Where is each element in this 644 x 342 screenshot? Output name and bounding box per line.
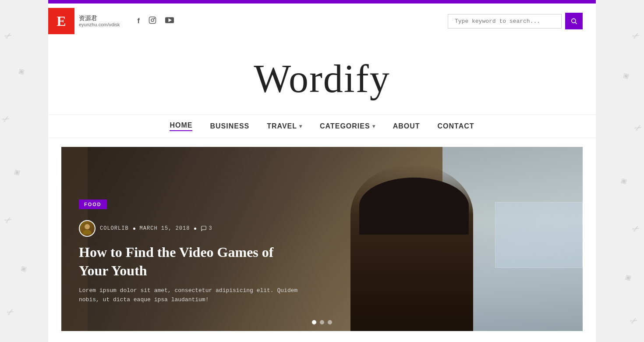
hero-section: FOOD COLORLIB MARCH 15, 2018 3 [61, 147, 583, 331]
categories-dropdown-arrow: ▾ [372, 123, 375, 129]
nav-item-business[interactable]: BUSINESS [210, 122, 249, 130]
logo-letter: E [57, 13, 66, 29]
search-button[interactable] [565, 13, 583, 29]
header: E 资源君 eyunzhu.com/vdisk f [48, 4, 596, 39]
hero-date: MARCH 15, 2018 [140, 225, 190, 232]
facebook-icon[interactable]: f [138, 17, 140, 25]
right-sidebar: ✂ ◈ ✂ ◈ ✂ ◈ ✂ [596, 0, 644, 342]
search-area [448, 13, 583, 29]
watermark: ◈ [618, 175, 629, 187]
nav-item-home[interactable]: HOME [170, 121, 192, 131]
site-title-area: Wordify [48, 39, 596, 114]
left-sidebar: ✂ ◈ ✂ ◈ ✂ ◈ ✂ [0, 0, 48, 342]
watermark: ◈ [11, 166, 22, 178]
main-content: E 资源君 eyunzhu.com/vdisk f [48, 0, 596, 342]
site-title: Wordify [48, 56, 596, 101]
nav-item-about[interactable]: ABOUT [393, 122, 420, 130]
watermark: ✂ [632, 121, 644, 134]
watermark: ✂ [2, 214, 14, 226]
logo-url: eyunzhu.com/vdisk [79, 22, 120, 28]
svg-point-5 [572, 19, 576, 23]
travel-dropdown-arrow: ▾ [299, 123, 302, 129]
logo-text: 资源君 eyunzhu.com/vdisk [79, 14, 120, 28]
watermark: ◈ [622, 271, 633, 283]
dot-separator-2 [194, 228, 196, 230]
carousel-dot-3[interactable] [328, 320, 332, 324]
hero-badge: FOOD [79, 200, 107, 209]
svg-rect-0 [149, 17, 156, 24]
nav-item-categories[interactable]: CATEGORIES ▾ [320, 122, 375, 130]
youtube-icon[interactable] [165, 17, 174, 25]
logo-area: E 资源君 eyunzhu.com/vdisk f [48, 8, 174, 34]
watermark: ✂ [630, 29, 642, 42]
svg-point-1 [151, 19, 154, 21]
hero-author-line: COLORLIB MARCH 15, 2018 3 [79, 220, 298, 237]
watermark: ✂ [628, 314, 640, 327]
watermark: ✂ [0, 113, 12, 125]
svg-point-7 [85, 224, 90, 229]
svg-line-6 [575, 22, 577, 24]
watermark: ◈ [15, 65, 26, 77]
logo-box: E [48, 8, 74, 34]
dot-separator-1 [133, 228, 135, 230]
nav-item-travel[interactable]: TRAVEL ▾ [267, 122, 302, 130]
svg-point-2 [154, 18, 155, 19]
hero-comment: 3 [201, 225, 212, 232]
top-bar [48, 0, 596, 4]
main-nav: HOME BUSINESS TRAVEL ▾ CATEGORIES ▾ ABOU… [48, 114, 596, 138]
hero-title: How to Find the Video Games of Your Yout… [79, 243, 298, 280]
hero-content: FOOD COLORLIB MARCH 15, 2018 3 [79, 200, 298, 305]
carousel-dot-2[interactable] [320, 320, 324, 324]
watermark: ✂ [4, 306, 16, 318]
hero-excerpt: Lorem ipsum dolor sit amet, consectetur … [79, 286, 298, 305]
watermark: ◈ [620, 69, 631, 82]
watermark: ✂ [630, 222, 642, 235]
carousel-dot-1[interactable] [312, 320, 316, 324]
social-icons: f [138, 16, 174, 26]
watermark: ✂ [2, 29, 14, 42]
logo-chinese: 资源君 [79, 14, 120, 22]
carousel-dots [312, 320, 332, 324]
author-name: COLORLIB [100, 225, 129, 232]
author-avatar [79, 220, 96, 237]
search-input[interactable] [448, 14, 562, 28]
instagram-icon[interactable] [149, 16, 156, 26]
nav-item-contact[interactable]: CONTACT [438, 122, 474, 130]
comment-count: 3 [209, 225, 212, 232]
watermark: ◈ [18, 262, 28, 274]
svg-point-8 [83, 230, 92, 235]
